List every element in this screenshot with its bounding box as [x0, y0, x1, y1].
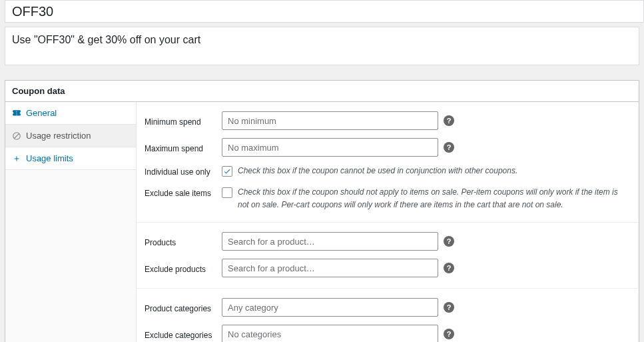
label-exclude-categories: Exclude categories: [145, 328, 222, 340]
ticket-icon: [12, 109, 21, 118]
exclude-sale-hint: Check this box if the coupon should not …: [238, 186, 631, 211]
panel-title: Coupon data: [5, 81, 639, 102]
product-categories-select[interactable]: Any category: [222, 298, 438, 317]
coupon-code-input[interactable]: [5, 0, 644, 23]
tab-label: General: [26, 108, 57, 118]
label-products: Products: [145, 235, 222, 247]
label-exclude-products: Exclude products: [145, 262, 222, 274]
individual-use-checkbox[interactable]: [222, 166, 232, 177]
help-icon[interactable]: ?: [444, 329, 454, 339]
exclude-categories-select[interactable]: No categories: [222, 325, 438, 342]
individual-use-hint: Check this box if the coupon cannot be u…: [238, 165, 517, 177]
usage-restriction-content: Minimum spend ? Maximum spend ? Individu…: [137, 102, 639, 342]
exclude-products-select[interactable]: Search for a product…: [222, 259, 438, 277]
block-icon: [12, 131, 21, 141]
label-individual: Individual use only: [145, 165, 222, 177]
label-min-spend: Minimum spend: [145, 115, 222, 127]
tab-general[interactable]: General: [5, 102, 136, 125]
plus-icon: [12, 154, 21, 163]
exclude-sale-checkbox[interactable]: [222, 187, 232, 198]
coupon-description-box[interactable]: Use "OFF30" & get 30% off on your cart: [5, 27, 639, 65]
help-icon[interactable]: ?: [444, 115, 454, 126]
coupon-data-panel: Coupon data General Usage restriction Us…: [5, 80, 639, 342]
label-exclude-sale: Exclude sale items: [145, 186, 222, 198]
tab-label: Usage restriction: [26, 131, 91, 141]
coupon-description-text: Use "OFF30" & get 30% off on your cart: [5, 27, 639, 65]
label-max-spend: Maximum spend: [145, 141, 222, 153]
minimum-spend-input[interactable]: [222, 111, 438, 130]
help-icon[interactable]: ?: [444, 142, 454, 153]
help-icon[interactable]: ?: [444, 236, 454, 247]
help-icon[interactable]: ?: [444, 302, 454, 313]
tabs-sidebar: General Usage restriction Usage limits: [5, 102, 137, 342]
products-select[interactable]: Search for a product…: [222, 232, 438, 251]
help-icon[interactable]: ?: [444, 263, 454, 273]
tab-label: Usage limits: [26, 153, 73, 163]
maximum-spend-input[interactable]: [222, 138, 438, 157]
label-product-categories: Product categories: [145, 301, 222, 313]
tab-usage-limits[interactable]: Usage limits: [5, 147, 136, 170]
tab-usage-restriction[interactable]: Usage restriction: [5, 125, 136, 147]
